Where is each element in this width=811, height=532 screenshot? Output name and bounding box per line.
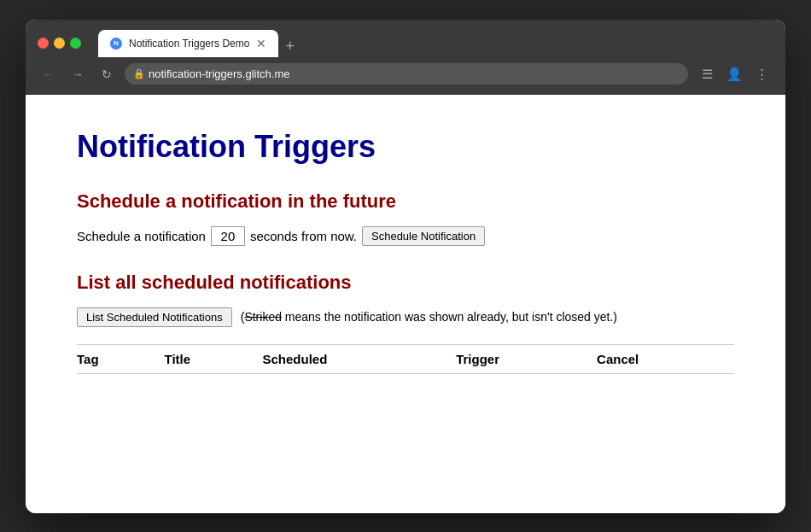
schedule-notification-button[interactable]: Schedule Notification (362, 226, 485, 246)
seconds-input[interactable] (211, 226, 245, 246)
lock-icon: 🔒 (133, 68, 145, 79)
page-title: Notification Triggers (77, 129, 734, 165)
title-bar: N Notification Triggers Demo ✕ + (26, 20, 785, 57)
table-header-cancel: Cancel (597, 344, 734, 373)
table-header-trigger: Trigger (456, 344, 597, 373)
browser-chrome: N Notification Triggers Demo ✕ + ← → ↻ 🔒 (26, 20, 785, 95)
table-header-title: Title (165, 344, 263, 373)
profile-icon: 👤 (726, 67, 743, 82)
strikethrough-note: (Striked means the notification was show… (241, 310, 617, 324)
url-container: 🔒 (125, 63, 688, 85)
page-content: Notification Triggers Schedule a notific… (26, 95, 785, 513)
note-text: means the notification was shown already… (282, 310, 617, 324)
list-icon: ☰ (702, 67, 713, 82)
tab-favicon: N (110, 38, 122, 50)
forward-button[interactable]: → (67, 63, 89, 85)
table-header-row: Tag Title Scheduled Trigger Cancel (77, 344, 734, 373)
url-input[interactable] (125, 63, 688, 85)
back-button[interactable]: ← (38, 63, 60, 85)
tab-close-button[interactable]: ✕ (256, 38, 266, 50)
back-icon: ← (43, 67, 55, 81)
forward-icon: → (72, 67, 84, 81)
more-button[interactable]: ⋮ (750, 62, 773, 86)
table-header-scheduled: Scheduled (262, 344, 456, 373)
browser-window: N Notification Triggers Demo ✕ + ← → ↻ 🔒 (26, 20, 785, 513)
schedule-section-heading: Schedule a notification in the future (77, 190, 734, 213)
notifications-table: Tag Title Scheduled Trigger Cancel (77, 344, 734, 374)
reload-button[interactable]: ↻ (96, 63, 118, 85)
browser-actions: ☰ 👤 ⋮ (695, 62, 773, 86)
active-tab[interactable]: N Notification Triggers Demo ✕ (98, 30, 278, 57)
address-bar: ← → ↻ 🔒 ☰ 👤 ⋮ (26, 57, 785, 95)
traffic-lights (38, 38, 81, 49)
maximize-button[interactable] (70, 38, 81, 49)
schedule-label-after: seconds from now. (250, 229, 357, 243)
profile-button[interactable]: 👤 (722, 62, 746, 86)
list-controls: List Scheduled Notifications (Striked me… (77, 307, 734, 327)
schedule-label-before: Schedule a notification (77, 229, 206, 243)
schedule-row: Schedule a notification seconds from now… (77, 226, 734, 246)
new-tab-button[interactable]: + (278, 38, 301, 56)
strikethrough-word: Striked (244, 310, 282, 324)
tab-bar: N Notification Triggers Demo ✕ + (98, 30, 773, 57)
tab-title: Notification Triggers Demo (129, 38, 249, 50)
list-button[interactable]: ☰ (695, 62, 719, 86)
reload-icon: ↻ (102, 67, 112, 81)
minimize-button[interactable] (54, 38, 65, 49)
list-section: List all scheduled notifications List Sc… (77, 272, 734, 374)
list-notifications-button[interactable]: List Scheduled Notifications (77, 307, 232, 327)
list-section-heading: List all scheduled notifications (77, 272, 734, 294)
more-icon: ⋮ (756, 67, 768, 82)
table-header-tag: Tag (77, 344, 165, 373)
close-button[interactable] (38, 38, 49, 49)
